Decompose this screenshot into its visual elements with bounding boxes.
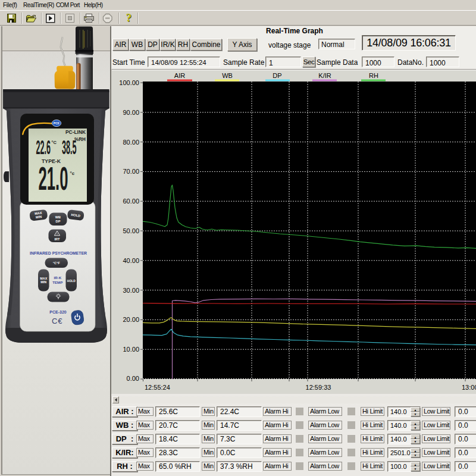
- svg-text:100.00: 100.00: [119, 79, 139, 86]
- svg-text:AIR: AIR: [174, 72, 185, 79]
- svg-text:0.00: 0.00: [127, 375, 139, 382]
- svg-text:WB: WB: [222, 72, 233, 79]
- svg-text:°C: °C: [52, 140, 57, 145]
- svg-text:RH: RH: [369, 72, 378, 79]
- svg-text:DP: DP: [273, 72, 281, 79]
- svg-text:HOLD: HOLD: [67, 280, 76, 283]
- svg-text:MAX: MAX: [40, 277, 47, 280]
- svg-text:90.00: 90.00: [123, 109, 139, 116]
- svg-text:13:00: 13:00: [462, 384, 476, 391]
- svg-text:60.00: 60.00: [123, 198, 139, 205]
- svg-text:DP: DP: [56, 220, 61, 223]
- svg-text:MIN: MIN: [40, 280, 46, 284]
- svg-text:K/IR: K/IR: [318, 72, 331, 79]
- svg-text:WB: WB: [55, 215, 61, 219]
- svg-text:10.00: 10.00: [123, 346, 139, 353]
- svg-text:C€: C€: [52, 317, 62, 325]
- svg-text:38.5: 38.5: [62, 136, 77, 158]
- svg-text:12:59:33: 12:59:33: [306, 384, 331, 391]
- svg-text:70.00: 70.00: [123, 168, 139, 175]
- svg-text:20.00: 20.00: [123, 316, 139, 323]
- svg-text:IR·K: IR·K: [54, 275, 61, 280]
- svg-text:?: ?: [126, 11, 132, 24]
- svg-text:TEMP: TEMP: [52, 280, 62, 284]
- svg-text:PCE-320: PCE-320: [49, 310, 67, 314]
- svg-text:IRT: IRT: [54, 237, 60, 241]
- svg-text:12:55:24: 12:55:24: [145, 384, 170, 391]
- svg-text:30.00: 30.00: [123, 287, 139, 294]
- svg-text:21.0: 21.0: [39, 159, 68, 197]
- svg-text:°c: °c: [70, 171, 75, 176]
- svg-text:°C°F: °C°F: [53, 261, 61, 265]
- svg-text:PCE: PCE: [54, 121, 60, 125]
- svg-text:50.00: 50.00: [123, 227, 139, 234]
- svg-text:40.00: 40.00: [123, 257, 139, 264]
- svg-text:MIN: MIN: [36, 215, 42, 219]
- svg-text:INFRARED PSYCHROMETER: INFRARED PSYCHROMETER: [30, 250, 87, 256]
- svg-text:PC-LINK: PC-LINK: [65, 129, 86, 135]
- svg-text:22.6: 22.6: [36, 136, 51, 158]
- svg-text:80.00: 80.00: [123, 139, 139, 146]
